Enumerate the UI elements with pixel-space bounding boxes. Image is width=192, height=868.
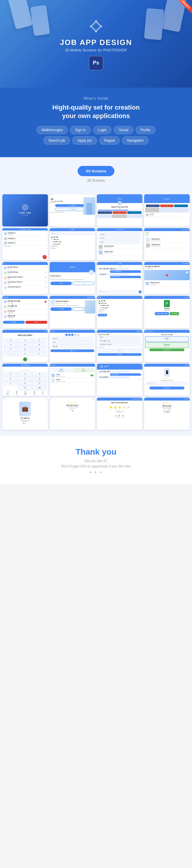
screen-keypad: ← Liên hệ 090-123-4567 123 456 789 *0# 📞 — [2, 330, 48, 362]
screen-dial2: Nhập số điện thoại ___ ___ 123 456 789 0… — [2, 364, 48, 396]
tag-paypal[interactable]: Paypal — [99, 136, 120, 145]
thank-you-line1: Did you like it? — [6, 459, 186, 463]
tag-navigation[interactable]: Navigation — [122, 136, 149, 145]
screen-profile-stats: Thông tin f G+ in Job TitleCompany — [144, 194, 190, 226]
thank-you-dots: • • • — [6, 469, 186, 476]
screen-welcome: 9:41●●● Hi! Chào mừng bạn trở lại! Bạn C… — [50, 194, 95, 226]
tags-row-2: Search job Apply job Paypal Navigation — [6, 136, 186, 145]
screen-job-search: ← Tìm kiếm ⋮ 🔍 Search... Tổng điểm Nơi l… — [50, 228, 95, 260]
screen-profile: Thông tin Nguyen Tran Huyen Nhi 123 f G+… — [97, 194, 142, 226]
screen-stars: ← Đánh giá ứng dụng Bạn có thích ứng dụn… — [97, 398, 142, 430]
tags-row-1: Walkthroughs Sign in Login Social Profil… — [6, 126, 186, 134]
hero-logo — [87, 18, 105, 35]
tag-social[interactable]: Social — [114, 126, 133, 134]
svg-point-2 — [95, 31, 97, 32]
ps-badge: Ps — [89, 56, 103, 70]
screen-advanced-search: ← Advanced Search ✓ ● sandie ● Salary ● … — [97, 228, 142, 260]
svg-point-1 — [101, 26, 102, 27]
screen-walkthrough3: ← Hoàn thành ★★★★ ★ Cảm ơn bạn! Đánh giá… — [144, 398, 190, 430]
svg-point-6 — [26, 207, 27, 208]
phone-grid: FIND JOB Get Started ▶ 9:41●●● Hi! Chào … — [0, 194, 192, 436]
screen-walkthrough1: Skip1/3 💼 Tìm việc làm Khám phá hàng ngà… — [2, 398, 48, 430]
screen-notifications: Thông báo ⋮ Đề xuất công việc2 phút trướ… — [2, 296, 48, 328]
tag-apply-job[interactable]: Apply job — [72, 136, 97, 145]
screen-chat-detail: ← Tin nhắn Online Xin chào! Bạn có thể..… — [97, 364, 142, 396]
hero-title: JOB APP DESIGN — [60, 38, 132, 47]
trendy-badge: TRENDY — [176, 0, 192, 14]
hero-section: TRENDY JOB APP DESIGN 30 Mobile Screens … — [0, 0, 192, 88]
thank-you-title: Thank you — [6, 447, 186, 457]
tag-profile[interactable]: Profile — [136, 126, 156, 134]
svg-point-7 — [25, 208, 25, 209]
screen-paypal: Đăng kí gói dịch vụ Chọn gói phù hợp Bas… — [144, 330, 190, 362]
screen-settings: Cài đặt ⋮ Tổng điểm Nơi làm việc ✓ Địa đ… — [97, 296, 142, 328]
svg-point-3 — [90, 26, 91, 27]
whats-inside-label: What's inside — [6, 96, 186, 100]
screen-walkthrough2: Skip2/3 ★★★ ★★ Đánh giá công ty Xem đánh… — [50, 398, 95, 430]
svg-point-4 — [24, 206, 26, 209]
screen-map: ← Vị trí việc làm Tìm việc làm gần đây H… — [144, 262, 190, 294]
screen-dashboard: Dashboard 24 Đã ứng tuyển 5 Phỏng vấn — [50, 364, 95, 396]
svg-point-0 — [95, 21, 97, 22]
screen-payment: ← Thanh toán P PayPal Số tiền: $99.00 Th… — [144, 296, 190, 328]
all-screens-section: All Screens 28 Screens — [0, 157, 192, 194]
tag-walkthroughs[interactable]: Walkthroughs — [36, 126, 68, 134]
svg-point-5 — [25, 206, 25, 207]
screen-job-apply: ← Chọn việc làm phù hợp Category 1 Subca… — [2, 228, 48, 260]
whats-inside-section: What's inside Hight-quality set for crea… — [0, 88, 192, 157]
whats-inside-title: Hight-quality set for creationyour own a… — [6, 103, 186, 120]
tag-search-job[interactable]: Search job — [43, 136, 70, 145]
screen-apply-form: ← Ứng tuyển Thông tin ứng tuyển Họ tên K… — [97, 330, 142, 362]
screen-job-list: ← Danh sách việc ● sandie ● Salary ● Fil… — [144, 228, 190, 260]
tag-login[interactable]: Login — [93, 126, 111, 134]
screen-find-job: FIND JOB Get Started ▶ — [2, 194, 48, 226]
thank-you-line2: Don't forget click to appreciate if you … — [6, 464, 186, 468]
screen-chat-list: Chat + Da Noi Giong ♥Hello there... 12:3… — [2, 262, 48, 294]
thank-you-section: Thank you Did you like it? Don't forget … — [0, 436, 192, 485]
screens-count: 28 Screens — [4, 179, 188, 183]
tag-sign-in[interactable]: Sign in — [70, 126, 91, 134]
screen-job-detail: The Job Design • Creative Da Noi Giong ♥… — [50, 262, 95, 294]
screen-job-detail2: ← Chi tiết việc làm Software Engineer Te… — [50, 296, 95, 328]
hero-subtitle: 30 Mobile Screens for PHOTOSHOP — [60, 48, 132, 52]
screen-messaging: ← Tin nhắn ⋮ 10:30 AM Bạn có nhận được t… — [97, 262, 142, 294]
screen-register-steps: Đăng ký 3/5 1 2 3 4 5 Họ và tên Email Mậ… — [50, 330, 95, 362]
screen-rating: ← Đánh giá 📱 ★★★ ★★ Chia sẻ cảm nhận của… — [144, 364, 190, 396]
hero-content: JOB APP DESIGN 30 Mobile Screens for PHO… — [60, 18, 132, 70]
all-screens-button[interactable]: All Screens — [78, 166, 115, 176]
svg-point-8 — [24, 207, 24, 208]
